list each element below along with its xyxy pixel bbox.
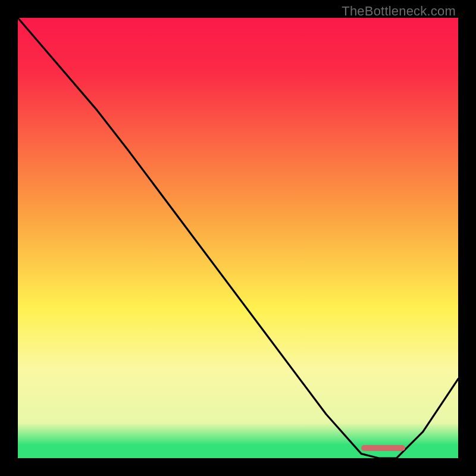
chart-frame: TheBottleneck.com	[0, 0, 476, 476]
curve-path	[18, 18, 458, 458]
plot-area	[18, 18, 458, 458]
optimal-range-marker	[361, 445, 405, 451]
bottleneck-curve	[18, 18, 458, 458]
watermark-text: TheBottleneck.com	[342, 4, 456, 19]
